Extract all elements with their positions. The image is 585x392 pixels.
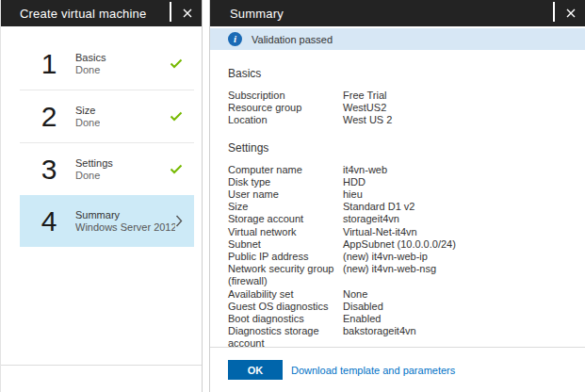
field-value: HDD xyxy=(343,176,568,188)
step-label: Summary xyxy=(75,209,175,220)
field-value: None xyxy=(343,288,568,301)
step-label: Basics xyxy=(75,52,106,63)
blade-title: Create virtual machine xyxy=(20,7,146,21)
wizard-steps: 1 Basics Done 2 Size Done xyxy=(1,26,202,247)
basics-rows: SubscriptionFree TrialResource groupWest… xyxy=(228,90,568,127)
summary-field-row: LocationWest US 2 xyxy=(228,114,568,126)
summary-blade-header: Summary xyxy=(210,0,585,26)
validation-message: Validation passed xyxy=(252,34,333,45)
field-value: AppSubnet (10.0.0.0/24) xyxy=(343,238,568,251)
field-value: Disabled xyxy=(343,301,568,313)
field-label: Guest OS diagnostics xyxy=(228,301,343,313)
field-label: Virtual network xyxy=(228,226,343,238)
field-value: storageit4vn xyxy=(343,213,568,225)
field-label: Resource group xyxy=(228,102,343,114)
step-number: 4 xyxy=(35,205,63,237)
step-subtitle: Windows Server 2012 R2 Datac... xyxy=(75,221,175,233)
field-label: Subscription xyxy=(228,90,343,102)
wizard-step-basics[interactable]: 1 Basics Done xyxy=(20,38,194,90)
done-check-icon xyxy=(170,58,183,69)
chevron-right-icon xyxy=(175,215,183,227)
summary-field-row: Guest OS diagnosticsDisabled xyxy=(228,301,568,313)
info-icon: i xyxy=(228,32,242,46)
field-label: Public IP address xyxy=(228,251,343,263)
maximize-icon[interactable] xyxy=(170,5,171,22)
step-label: Settings xyxy=(75,157,113,169)
field-value: Free Trial xyxy=(343,90,568,102)
field-label: Subnet xyxy=(228,238,343,251)
field-value: Standard D1 v2 xyxy=(343,201,568,213)
field-label: Disk type xyxy=(228,176,343,188)
step-status: Done xyxy=(75,64,106,75)
step-number: 2 xyxy=(35,101,63,133)
field-label: Size xyxy=(228,201,343,213)
settings-section: Settings Computer nameit4vn-webDisk type… xyxy=(228,141,568,351)
download-template-link[interactable]: Download template and parameters xyxy=(291,365,455,376)
field-label: Storage account xyxy=(228,213,343,225)
summary-field-row: SubnetAppSubnet (10.0.0.0/24) xyxy=(228,238,568,251)
summary-field-row: Resource groupWestUS2 xyxy=(228,102,568,114)
settings-rows: Computer nameit4vn-webDisk typeHDDUser n… xyxy=(228,164,568,351)
left-blade-footer xyxy=(1,365,202,392)
create-vm-blade: Create virtual machine 1 Basics Done xyxy=(0,0,203,392)
field-label: Availability set xyxy=(228,288,343,301)
field-value: hieu xyxy=(343,188,568,201)
field-value: WestUS2 xyxy=(343,102,568,114)
field-label: Computer name xyxy=(228,164,343,176)
step-status: Done xyxy=(75,117,100,128)
section-heading: Basics xyxy=(228,67,568,80)
close-icon[interactable] xyxy=(183,8,192,18)
field-label: Location xyxy=(228,114,343,126)
summary-field-row: Availability setNone xyxy=(228,288,568,301)
summary-field-row: Computer nameit4vn-web xyxy=(228,164,568,176)
field-label: User name xyxy=(228,188,343,201)
validation-banner: i Validation passed xyxy=(210,28,585,50)
azure-portal-window: Create virtual machine 1 Basics Done xyxy=(0,0,585,392)
wizard-step-settings[interactable]: 3 Settings Done xyxy=(20,143,194,195)
field-value: (new) it4vn-web-nsg xyxy=(343,263,568,287)
maximize-icon[interactable] xyxy=(553,5,555,22)
summary-content: Basics SubscriptionFree TrialResource gr… xyxy=(210,50,585,351)
step-number: 1 xyxy=(35,48,63,80)
summary-field-row: SizeStandard D1 v2 xyxy=(228,201,568,213)
done-check-icon xyxy=(170,164,183,174)
summary-field-row: Public IP address(new) it4vn-web-ip xyxy=(228,251,568,263)
summary-field-row: SubscriptionFree Trial xyxy=(228,90,568,102)
create-vm-blade-header: Create virtual machine xyxy=(1,0,202,26)
ok-button[interactable]: OK xyxy=(228,360,283,380)
summary-blade: Summary i Validation passed Basics Subsc… xyxy=(209,0,585,392)
wizard-step-size[interactable]: 2 Size Done xyxy=(20,90,194,142)
done-check-icon xyxy=(170,111,183,122)
step-status: Done xyxy=(75,170,113,181)
summary-field-row: Storage accountstorageit4vn xyxy=(228,213,568,225)
wizard-step-summary[interactable]: 4 Summary Windows Server 2012 R2 Datac..… xyxy=(20,195,194,247)
step-number: 3 xyxy=(35,154,63,186)
summary-field-row: Network security group (firewall)(new) i… xyxy=(228,263,568,287)
field-value: (new) it4vn-web-ip xyxy=(343,251,568,263)
field-value: it4vn-web xyxy=(343,164,568,176)
summary-field-row: User namehieu xyxy=(228,188,568,201)
summary-footer: OK Download template and parameters xyxy=(210,347,585,392)
summary-field-row: Disk typeHDD xyxy=(228,176,568,188)
section-heading: Settings xyxy=(228,141,568,155)
close-icon[interactable] xyxy=(566,8,576,18)
field-label: Boot diagnostics xyxy=(228,313,343,325)
field-value: West US 2 xyxy=(343,114,568,126)
summary-field-row: Virtual networkVirtual-Net-it4vn xyxy=(228,226,568,238)
step-label: Size xyxy=(75,105,100,116)
basics-section: Basics SubscriptionFree TrialResource gr… xyxy=(228,67,568,127)
field-value: Virtual-Net-it4vn xyxy=(343,226,568,238)
field-value: Enabled xyxy=(343,313,568,325)
blade-title: Summary xyxy=(230,7,284,21)
field-label: Network security group (firewall) xyxy=(228,263,343,287)
summary-field-row: Boot diagnosticsEnabled xyxy=(228,313,568,325)
